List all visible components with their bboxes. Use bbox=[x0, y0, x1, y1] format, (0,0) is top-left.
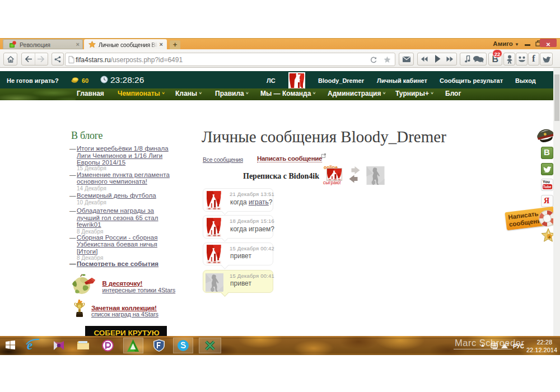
svg-text:4: 4 bbox=[548, 235, 551, 240]
